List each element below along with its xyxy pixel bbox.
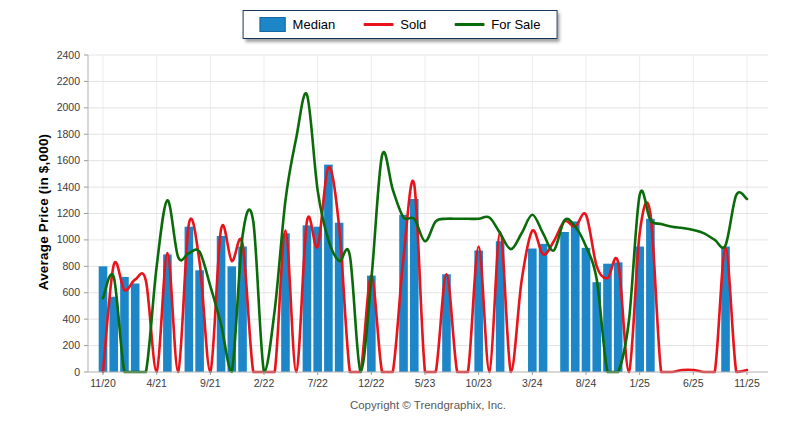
x-tick-label: 4/21	[146, 377, 167, 389]
median-bar	[324, 165, 333, 372]
legend-item-median: Median	[260, 17, 336, 32]
legend-label-sold: Sold	[400, 17, 426, 32]
y-tick-label: 400	[62, 313, 80, 325]
median-bar	[131, 284, 140, 372]
y-tick-label: 1600	[57, 154, 81, 166]
y-tick-label: 2400	[57, 49, 81, 61]
median-bar	[99, 266, 108, 372]
for-sale-line-swatch-icon	[454, 23, 484, 26]
legend-label-for-sale: For Sale	[491, 17, 540, 32]
legend-item-for-sale: For Sale	[454, 17, 540, 32]
x-tick-label: 11/25	[734, 377, 760, 389]
x-tick-label: 5/23	[415, 377, 436, 389]
y-tick-label: 2000	[57, 101, 81, 113]
legend-label-median: Median	[293, 17, 336, 32]
y-tick-label: 1000	[57, 233, 81, 245]
median-bar	[335, 223, 344, 372]
price-trend-chart: 0200400600800100012001400160018002000220…	[0, 0, 800, 434]
x-tick-label: 3/24	[522, 377, 543, 389]
sold-line-swatch-icon	[363, 23, 393, 26]
median-bar	[560, 232, 569, 372]
y-tick-label: 600	[62, 286, 80, 298]
median-bar	[582, 248, 591, 372]
y-tick-label: 1200	[57, 207, 81, 219]
x-tick-label: 6/25	[683, 377, 704, 389]
x-tick-label: 2/22	[254, 377, 275, 389]
x-tick-label: 11/20	[90, 377, 116, 389]
median-bar	[571, 221, 580, 372]
x-tick-label: 10/23	[466, 377, 492, 389]
y-tick-label: 0	[74, 366, 80, 378]
y-tick-label: 200	[62, 339, 80, 351]
chart-legend: Median Sold For Sale	[243, 10, 558, 39]
y-tick-label: 1800	[57, 128, 81, 140]
x-tick-label: 1/25	[629, 377, 650, 389]
copyright-text: Copyright © Trendgraphix, Inc.	[88, 399, 768, 411]
y-tick-label: 800	[62, 260, 80, 272]
median-bar	[528, 249, 537, 372]
chart-canvas: 0200400600800100012001400160018002000220…	[0, 0, 800, 434]
x-tick-label: 7/22	[307, 377, 328, 389]
median-swatch-icon	[260, 17, 286, 32]
median-bar	[539, 244, 548, 372]
y-tick-label: 1400	[57, 181, 81, 193]
x-tick-label: 8/24	[576, 377, 597, 389]
x-tick-label: 9/21	[200, 377, 221, 389]
x-tick-label: 12/22	[358, 377, 384, 389]
y-tick-label: 2200	[57, 75, 81, 87]
legend-item-sold: Sold	[363, 17, 426, 32]
y-axis-title: Average Price (in $,000)	[36, 134, 51, 291]
